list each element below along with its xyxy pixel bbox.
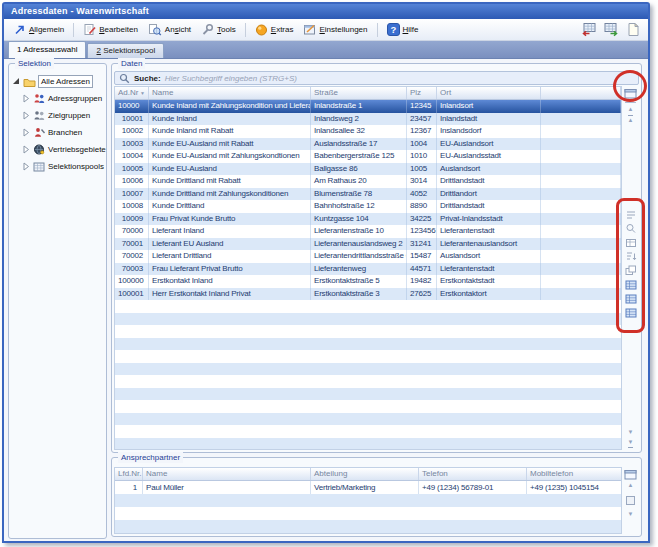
- copy-icon[interactable]: [624, 265, 637, 276]
- table-row[interactable]: 70000 Lieferant Inland Lieferantenstraße…: [115, 225, 621, 238]
- menu-lines-icon[interactable]: [624, 209, 637, 220]
- header-strasse[interactable]: Straße: [311, 87, 407, 99]
- table-row[interactable]: 10007 Kunde Drittland mit Zahlungskondit…: [115, 188, 621, 201]
- cell-name: Kunde EU-Ausland mit Rabatt: [149, 138, 311, 151]
- cell-ort: Lieferantenauslandsort: [437, 238, 541, 251]
- header-lfdnr[interactable]: Lfd.Nr.▲: [115, 468, 143, 480]
- header-name[interactable]: Name: [149, 87, 311, 99]
- edit-icon: [83, 23, 96, 36]
- cell-name: Kunde Drittland mit Zahlungskonditionen: [149, 188, 311, 201]
- cell-name: Kunde Inland mit Zahlungskondition und L…: [149, 100, 311, 113]
- header-abteilung[interactable]: Abteilung: [311, 468, 419, 480]
- cell-adnr: 70003: [115, 263, 149, 276]
- menubar-right-icons: [580, 22, 643, 38]
- header-name[interactable]: Name: [143, 468, 311, 480]
- scroll-down-button[interactable]: ▼: [628, 428, 634, 438]
- grid-view-icon[interactable]: [624, 279, 637, 290]
- expander-expanded-icon[interactable]: [12, 77, 21, 86]
- address-groups-icon: [33, 93, 46, 104]
- table-row[interactable]: 10004 Kunde EU-Ausland mit Zahlungskondt…: [115, 150, 621, 163]
- scrollbar-thumb[interactable]: [626, 496, 635, 505]
- search-icon: [119, 73, 130, 84]
- table-row[interactable]: 10008 Kunde Drittland Bahnhofstraße 12 8…: [115, 200, 621, 213]
- cell-adnr: 70001: [115, 238, 149, 251]
- table-row[interactable]: 10009 Frau Privat Kunde Brutto Kuntzgass…: [115, 213, 621, 226]
- table-row[interactable]: 10002 Kunde Inland mit Rabatt Inlandsall…: [115, 125, 621, 138]
- cell-strasse: Ballgasse 86: [311, 163, 407, 176]
- menu-bearbeiten[interactable]: Bearbeiten: [79, 21, 142, 38]
- magnifier-icon[interactable]: [624, 223, 637, 234]
- grid-view-icon[interactable]: [624, 293, 637, 304]
- cell-plz: 123456: [407, 225, 437, 238]
- expander-collapsed-icon[interactable]: [22, 145, 31, 154]
- table-export-icon[interactable]: [580, 22, 597, 38]
- sort-icon[interactable]: [624, 251, 637, 262]
- tree-item-zielgruppen[interactable]: Zielgruppen: [12, 107, 104, 124]
- cell-plz: 8890: [407, 200, 437, 213]
- title-bar[interactable]: Adressdaten - Warenwirtschaft: [4, 4, 648, 19]
- cell-strasse: Blumenstraße 78: [311, 188, 407, 201]
- header-ort[interactable]: Ort: [437, 87, 541, 99]
- menu-extras[interactable]: Extras: [251, 21, 298, 38]
- cell-name: Erstkontakt Inland: [149, 275, 311, 288]
- tab-selektionspool[interactable]: 2 Selektionspool: [87, 43, 164, 58]
- menu-tools[interactable]: Tools: [197, 21, 240, 38]
- table-row[interactable]: 100001 Herr Erstkontakt Inland Privat Er…: [115, 288, 621, 301]
- menu-hilfe[interactable]: ? Hilfe: [383, 21, 423, 38]
- cell-strasse: Inlandstraße 1: [311, 100, 407, 113]
- cell-name: Kunde EU-Ausland: [149, 163, 311, 176]
- expander-collapsed-icon[interactable]: [22, 162, 31, 171]
- menu-separator: [73, 23, 74, 37]
- contact-column-chooser-button[interactable]: [623, 468, 638, 481]
- scroll-up-button[interactable]: ▲: [628, 481, 634, 491]
- table-row[interactable]: 10003 Kunde EU-Ausland mit Rabatt Auslan…: [115, 138, 621, 151]
- contact-grid-header: Lfd.Nr.▲ Name Abteilung Telefon Mobiltel…: [115, 468, 621, 481]
- tree-item-adressgruppen[interactable]: Adressgruppen: [12, 90, 104, 107]
- expander-collapsed-icon[interactable]: [22, 128, 31, 137]
- header-adnr[interactable]: Ad.Nr▼: [115, 87, 149, 99]
- table-row[interactable]: 70002 Lieferant Drittland Lieferantendri…: [115, 250, 621, 263]
- header-telefon[interactable]: Telefon: [419, 468, 527, 480]
- menu-ansicht[interactable]: Ansicht: [144, 21, 195, 38]
- table-row[interactable]: 1 Paul Müller Vertrieb/Marketing +49 (12…: [115, 481, 621, 494]
- scroll-down-button[interactable]: ▼: [628, 510, 634, 520]
- tree-item-alle-adressen[interactable]: Alle Adressen: [12, 73, 104, 90]
- menu-allgemein[interactable]: Allgemein: [9, 21, 68, 38]
- menu-einstellungen[interactable]: Einstellungen: [299, 21, 371, 38]
- cell-strasse: Kuntzgasse 104: [311, 213, 407, 226]
- table-row[interactable]: 10006 Kunde Drittland mit Rabatt Am Rath…: [115, 175, 621, 188]
- tree-item-selektionspools[interactable]: Selektionspools: [12, 158, 104, 175]
- export-table-icon[interactable]: [624, 237, 637, 248]
- expander-collapsed-icon[interactable]: [22, 94, 31, 103]
- search-placeholder: Hier Suchbegriff eingeben (STRG+S): [165, 74, 297, 83]
- cell-ort: Privat-Inlandsstadt: [437, 213, 541, 226]
- tree-item-vertriebsgebiete[interactable]: Vertriebsgebiete: [12, 141, 104, 158]
- table-row[interactable]: 100000 Erstkontakt Inland Erstkontaktstr…: [115, 275, 621, 288]
- tree-item-branchen[interactable]: Branchen: [12, 124, 104, 141]
- screenshot-root: Adressdaten - Warenwirtschaft Allgemein …: [0, 0, 658, 547]
- scroll-up-button[interactable]: ▲: [628, 105, 634, 115]
- table-row[interactable]: 10001 Kunde Inland Inlandsweg 2 23457 In…: [115, 113, 621, 126]
- cell-strasse: Lieferantenstraße 10: [311, 225, 407, 238]
- table-row[interactable]: 70003 Frau Lieferant Privat Brutto Liefe…: [115, 263, 621, 276]
- column-chooser-button[interactable]: [623, 87, 638, 100]
- new-document-icon[interactable]: [624, 22, 641, 38]
- tab-adressauswahl[interactable]: 1 Adressauswahl: [8, 41, 86, 58]
- table-row[interactable]: 70001 Lieferant EU Ausland Lieferantenau…: [115, 238, 621, 251]
- cell-blank: [541, 288, 621, 301]
- cell-strasse: Inlandsweg 2: [311, 113, 407, 126]
- scroll-top-button[interactable]: ▲: [628, 115, 634, 125]
- table-import-icon[interactable]: [602, 22, 619, 38]
- expander-collapsed-icon[interactable]: [22, 111, 31, 120]
- header-plz[interactable]: Plz: [407, 87, 437, 99]
- cell-name: Kunde Inland: [149, 113, 311, 126]
- grid-view-icon[interactable]: [624, 307, 637, 318]
- search-input[interactable]: Suche: Hier Suchbegriff eingeben (STRG+S…: [114, 71, 639, 85]
- table-row[interactable]: 10000 Kunde Inland mit Zahlungskondition…: [115, 100, 621, 113]
- header-mobiltelefon[interactable]: Mobiltelefon: [527, 468, 622, 480]
- scroll-end-button[interactable]: ▼: [628, 438, 634, 448]
- table-row[interactable]: 10005 Kunde EU-Ausland Ballgasse 86 1005…: [115, 163, 621, 176]
- cell-plz: 15487: [407, 250, 437, 263]
- cell-plz: 31241: [407, 238, 437, 251]
- cell-ort: Erstkontaktort: [437, 288, 541, 301]
